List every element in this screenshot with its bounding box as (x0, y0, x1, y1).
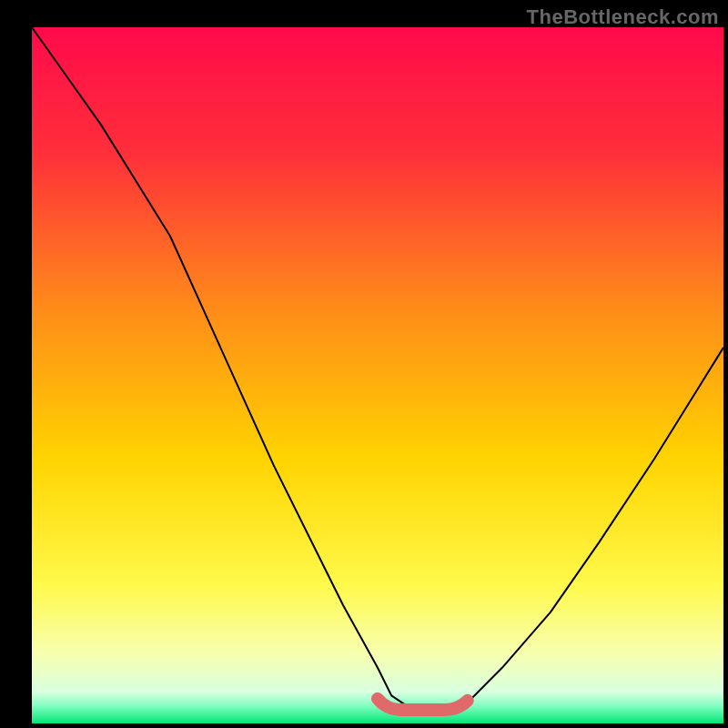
watermark-text: TheBottleneck.com (527, 5, 719, 29)
gradient-background (32, 27, 723, 723)
chart-frame: TheBottleneck.com (0, 0, 728, 728)
bottleneck-chart (0, 0, 728, 728)
